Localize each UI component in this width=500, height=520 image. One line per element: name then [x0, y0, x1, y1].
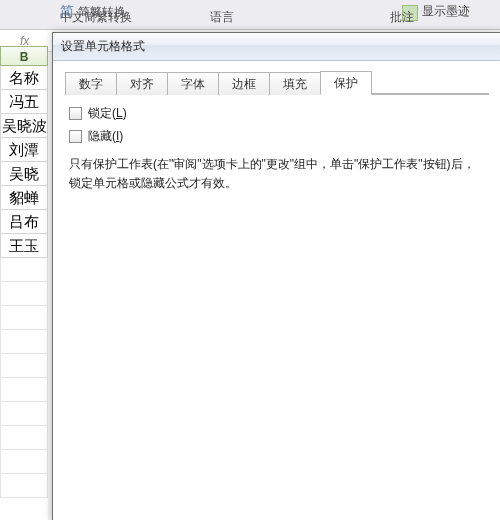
empty-cell[interactable] — [0, 306, 48, 330]
locked-checkbox-row[interactable]: 锁定(L) — [69, 105, 485, 122]
worksheet-column: B 名称 冯五 吴晓波 刘潭 吴晓 貂蝉 吕布 王玉 — [0, 46, 48, 520]
checkbox-icon — [69, 107, 82, 120]
cell[interactable]: 名称 — [0, 66, 48, 90]
empty-cell[interactable] — [0, 330, 48, 354]
ribbon-group-label: 中文简繁转换 — [60, 9, 132, 28]
dialog-title: 设置单元格格式 — [61, 38, 145, 55]
empty-cell[interactable] — [0, 426, 48, 450]
column-header-b[interactable]: B — [0, 46, 48, 66]
hidden-label: 隐藏(I) — [88, 128, 123, 145]
checkbox-icon — [69, 130, 82, 143]
ribbon-cmd-label: 显示墨迹 — [422, 3, 470, 22]
locked-label: 锁定(L) — [88, 105, 127, 122]
protection-pane: 锁定(L) 隐藏(I) 只有保护工作表(在"审阅"选项卡上的"更改"组中，单击"… — [53, 95, 500, 520]
cell[interactable]: 刘潭 — [0, 138, 48, 162]
empty-cell[interactable] — [0, 354, 48, 378]
tab-protection[interactable]: 保护 — [320, 71, 372, 95]
tab-number[interactable]: 数字 — [65, 72, 117, 95]
ribbon-background: 简 简繁转换 显示墨迹 中文简繁转换 语言 批注 — [0, 0, 500, 30]
dialog-titlebar[interactable]: 设置单元格格式 — [53, 33, 500, 61]
empty-cell[interactable] — [0, 258, 48, 282]
tab-fill[interactable]: 填充 — [269, 72, 321, 95]
tab-alignment[interactable]: 对齐 — [116, 72, 168, 95]
cell[interactable]: 王玉 — [0, 234, 48, 258]
hidden-checkbox-row[interactable]: 隐藏(I) — [69, 128, 485, 145]
cell[interactable]: 貂蝉 — [0, 186, 48, 210]
dialog-tabstrip: 数字 对齐 字体 边框 填充 保护 — [53, 61, 500, 95]
protection-hint-text: 只有保护工作表(在"审阅"选项卡上的"更改"组中，单击"保护工作表"按钮)后，锁… — [69, 155, 485, 193]
ribbon-group-label: 语言 — [210, 9, 234, 28]
cell[interactable]: 冯五 — [0, 90, 48, 114]
tab-font[interactable]: 字体 — [167, 72, 219, 95]
tab-border[interactable]: 边框 — [218, 72, 270, 95]
format-cells-dialog: 设置单元格格式 数字 对齐 字体 边框 填充 保护 锁定(L) 隐藏(I) 只有… — [52, 32, 500, 520]
empty-cell[interactable] — [0, 282, 48, 306]
ribbon-group-label: 批注 — [390, 9, 414, 28]
cell[interactable]: 吕布 — [0, 210, 48, 234]
empty-cell[interactable] — [0, 474, 48, 498]
empty-cell[interactable] — [0, 378, 48, 402]
tab-strip-filler — [371, 71, 489, 94]
cell[interactable]: 吴晓波 — [0, 114, 48, 138]
empty-cell[interactable] — [0, 450, 48, 474]
cell[interactable]: 吴晓 — [0, 162, 48, 186]
empty-cell[interactable] — [0, 402, 48, 426]
